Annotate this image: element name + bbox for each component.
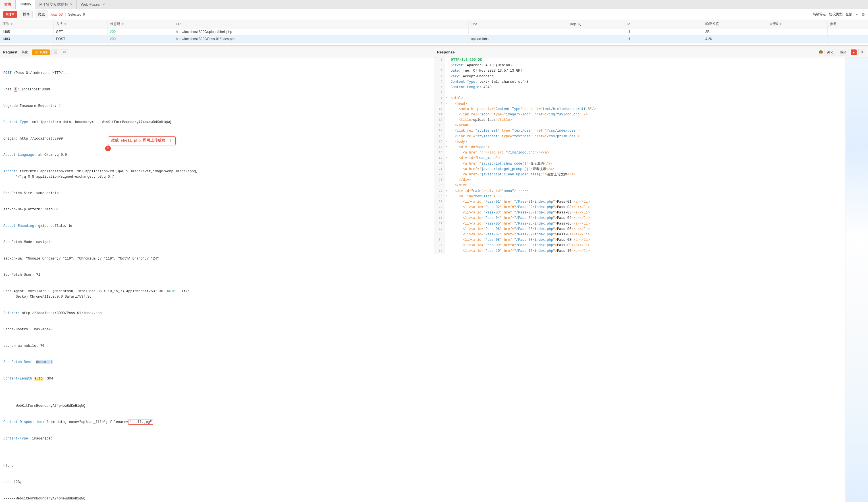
line-expand-icon[interactable]: ▾ [445, 145, 448, 150]
crawler-button[interactable]: 爬虫 [35, 11, 48, 18]
response-thumbnail [845, 58, 868, 502]
line-expand-icon[interactable]: ▾ [445, 188, 448, 194]
line-text: <body> [448, 139, 846, 145]
line-text: <li><a id="Pass-05" href="/Pass-05/index… [448, 221, 846, 227]
request-table: 序号▼ 方法▼ 状态码▼ URL Title Tags🔍 IP 响应长度 大于0… [0, 20, 868, 45]
response-beautify-btn[interactable]: 美化 [825, 49, 836, 55]
response-settings-btn[interactable]: ⚙ [858, 49, 865, 55]
line-expand-icon [445, 90, 448, 95]
selected-label: Selected [68, 12, 82, 17]
col-gt0-filter[interactable]: ▼ [779, 22, 782, 25]
tab-fuzzer[interactable]: Web Fuzzer ✕ [77, 0, 109, 9]
request-line-5: Origin: http://localhost:8099 [3, 136, 431, 142]
request-line-10: Accept-Encoding: gzip, deflate, br [3, 223, 431, 229]
col-params: 参数 [828, 20, 868, 29]
response-line: 23 </div> [434, 177, 846, 183]
tab-fuzzer-close[interactable]: ✕ [102, 2, 105, 6]
request-beautify-btn[interactable]: 美化 [19, 49, 30, 55]
cell-method: POST [53, 35, 107, 43]
cell-tags [567, 43, 624, 46]
protocol-type-btn[interactable]: 协议类型 [829, 12, 843, 17]
line-expand-icon [445, 248, 448, 254]
main-content: Request 美化 ⚡ FUZZ ⬜ ⚙ POST /Pass-01/inde… [0, 47, 868, 502]
col-method: 方法▼ [53, 20, 107, 29]
line-text: <head> [448, 101, 846, 106]
all-btn[interactable]: 全部 [846, 12, 852, 17]
line-expand-icon [445, 183, 448, 188]
response-line: 5Content-Type: text/html; charset=utf-8 [434, 79, 846, 85]
request-fuzz-btn[interactable]: ⚡ FUZZ [32, 50, 50, 55]
line-text: </head> [448, 123, 846, 128]
response-render-btn[interactable]: 渲染 [838, 49, 849, 55]
line-expand-icon[interactable]: ▾ [445, 194, 448, 199]
cell-ip: ::1 [624, 29, 703, 35]
line-expand-icon [445, 79, 448, 85]
line-expand-icon[interactable]: ▾ [445, 155, 448, 161]
cell-gt0 [767, 43, 827, 46]
tab-mitm[interactable]: MITM 交互式劫持 ✕ [35, 0, 77, 9]
request-body-type: Content-Type: image/jpeg [3, 436, 431, 441]
line-expand-icon [445, 205, 448, 210]
request-line-19: Content-Length auto: 304 [3, 376, 431, 381]
line-text: HTTP/1.1 200 OK [448, 58, 846, 63]
line-expand-icon[interactable]: ▾ [445, 95, 448, 101]
response-line: 28 <li><a id="Pass-02" href="/Pass-02/in… [434, 205, 846, 210]
mitm-button[interactable]: MITM [3, 11, 17, 18]
col-status-filter[interactable]: ▼ [121, 22, 124, 25]
cell-status: 200 [107, 35, 173, 43]
response-line: 33 <li><a id="Pass-07" href="/Pass-07/in… [434, 232, 846, 237]
cell-status: 200 [107, 43, 173, 46]
response-body-area: 1HTTP/1.1 200 OK2Server: Apache/2.4.10 (… [434, 58, 868, 502]
line-text: <li><a id="Pass-09" href="/Pass-09/index… [448, 243, 846, 248]
tab-mitm-close[interactable]: ✕ [70, 2, 72, 6]
request-settings-btn[interactable]: ⚙ [61, 49, 68, 55]
line-text: <a href="javascript:get_prompt()">查看提示</… [448, 166, 846, 172]
line-text: <div id="head"> [448, 145, 846, 150]
line-text: <li><a id="Pass-06" href="/Pass-06/index… [448, 227, 846, 232]
response-line: 7 [434, 90, 846, 95]
line-text: Vary: Accept-Encoding [448, 74, 846, 79]
col-method-filter[interactable]: ▼ [64, 22, 67, 25]
table-row[interactable]: 1482 GET 200 http://localhost:8099/Pass-… [0, 43, 868, 46]
request-line-11: Sec-Fetch-Mode: navigate [3, 239, 431, 245]
advanced-filter-btn[interactable]: 高级筛选 [813, 12, 826, 17]
response-line: 14 <link rel="stylesheet" type="text/css… [434, 128, 846, 134]
response-panel-header: Response 美化 渲染 ■ ⚙ [434, 47, 868, 58]
line-expand-icon[interactable]: ▾ [445, 139, 448, 145]
tab-history[interactable]: History [16, 0, 35, 9]
line-text: <ul id="menulist"> ··········· [448, 194, 846, 199]
response-line: 35 <li><a id="Pass-09" href="/Pass-09/in… [434, 243, 846, 248]
col-id-filter[interactable]: ▼ [10, 22, 13, 25]
tags-search-icon[interactable]: 🔍 [578, 23, 581, 26]
request-content[interactable]: POST /Pass-01/index.php HTTP/1.1 Host ?:… [0, 58, 434, 502]
cell-tags [567, 29, 624, 35]
settings-icon[interactable]: ⚙ [861, 12, 865, 17]
response-line: 16▾ <body> [434, 139, 846, 145]
fuzz-lightning-icon: ⚡ [34, 50, 39, 54]
response-line: 17▾ <div id="head"> [434, 145, 846, 150]
request-line-17: sec-ch-ua-mobile: ?0 [3, 344, 431, 349]
request-line-1: POST /Pass-01/index.php HTTP/1.1 [3, 71, 431, 76]
line-text: <a href="/"><img src="/img/logo.png"/></… [448, 150, 846, 155]
response-line: 11 <link rel="icon" type="image/x-icon" … [434, 112, 846, 117]
table-row[interactable]: 1483 POST 200 http://localhost:8099/Pass… [0, 35, 868, 43]
line-expand-icon [445, 227, 448, 232]
plugin-button[interactable]: 插件 [20, 11, 33, 18]
request-line-3: Upgrade-Insecure-Requests: 1 [3, 103, 431, 109]
response-line: 20 <a href="javascript:show_code()">显示源码… [434, 161, 846, 166]
dropdown-icon[interactable]: ▼ [855, 12, 859, 17]
response-panel: Response 美化 渲染 ■ ⚙ 1HTTP/1.1 200 OK2Serv… [434, 47, 868, 502]
line-expand-icon[interactable]: ▾ [445, 101, 448, 106]
response-render-icon-btn[interactable]: ■ [851, 50, 857, 55]
response-line: 9▾ <head> [434, 101, 846, 106]
request-icon-btn1[interactable]: ⬜ [51, 49, 59, 55]
request-panel-header: Request 美化 ⚡ FUZZ ⬜ ⚙ [0, 47, 434, 58]
cell-title: upload-labs [468, 43, 567, 46]
tab-home[interactable]: 首页 [0, 0, 16, 9]
response-line: 18 <a href="/"><img src="/img/logo.png"/… [434, 150, 846, 155]
tab-bar: 首页 History MITM 交互式劫持 ✕ Web Fuzzer ✕ [0, 0, 868, 9]
response-lines: 1HTTP/1.1 200 OK2Server: Apache/2.4.10 (… [434, 58, 846, 502]
line-expand-icon [445, 150, 448, 155]
table-row[interactable]: 1485 GET 200 http://localhost:8099/uploa… [0, 29, 868, 35]
toolbar: MITM 插件 爬虫 Total 53 | Selected 0 高级筛选 协议… [0, 9, 868, 20]
